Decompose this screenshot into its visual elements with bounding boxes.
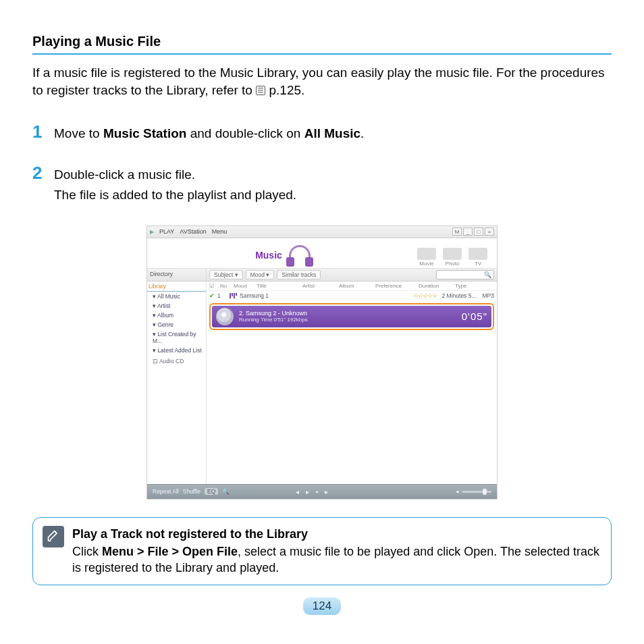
col-title[interactable]: Title <box>257 283 300 289</box>
tab-photo[interactable]: Photo <box>440 248 464 267</box>
step1-bold-station: Music Station <box>103 126 187 140</box>
sidebar-item-genre[interactable]: ▾ Genre <box>147 320 206 329</box>
play-button[interactable]: ▸ <box>306 488 309 495</box>
window-maximize-button[interactable]: □ <box>474 227 483 236</box>
col-mood[interactable]: Mood <box>234 283 254 289</box>
sidebar-audio-cd[interactable]: ⊡ Audio CD <box>147 356 206 366</box>
shuffle-button[interactable]: Shuffle <box>183 488 200 495</box>
table-row[interactable]: ✔ 1 Samsung 1 ☆☆☆☆☆ 2 Minutes 5... MP3 <box>207 291 497 300</box>
sidebar-library[interactable]: Library <box>147 281 206 292</box>
search-icon: 🔍 <box>484 271 491 278</box>
titlebar: ▶ PLAY AVStation Menu M _ □ × <box>147 226 497 238</box>
sidebar-item-label: Genre <box>157 321 173 328</box>
stop-button[interactable]: ▪ <box>316 488 319 495</box>
sidebar-item-label: Album <box>157 312 173 319</box>
sidebar-item-all-music[interactable]: ▾ All Music <box>147 292 206 301</box>
page-ref-icon <box>256 86 265 95</box>
track-type: MP3 <box>483 292 494 299</box>
step1-text-e: . <box>360 126 364 140</box>
sidebar-item-label: List Created by M... <box>153 331 196 344</box>
tab-tv[interactable]: TV <box>466 248 490 267</box>
tab-tv-label: TV <box>475 261 481 267</box>
note-title: Play a Track not registered to the Libra… <box>72 526 601 542</box>
toolbar: Directory Subject ▾ Mood ▾ Similar track… <box>147 268 497 281</box>
play-triangle-icon: ▶ <box>150 229 154 235</box>
col-check[interactable]: ☑ <box>209 283 217 289</box>
now-playing-time: 0'05" <box>462 311 487 322</box>
sidebar-item-label: Latest Added List <box>157 347 201 354</box>
search-input[interactable]: 🔍 <box>436 270 494 279</box>
col-type[interactable]: Type <box>455 283 474 289</box>
window-minimize-button[interactable]: _ <box>463 227 473 236</box>
headphones-icon <box>286 244 313 267</box>
col-duration[interactable]: Duration <box>419 283 452 289</box>
directory-label: Directory <box>147 269 207 281</box>
volume-slider[interactable] <box>462 491 491 493</box>
step2-line2: The file is added to the playlist and pl… <box>54 186 296 205</box>
sidebar-item-label: All Music <box>157 293 180 300</box>
now-playing-sub: Running Time 0'51" 192kbps <box>239 317 308 323</box>
step1-text-a: Move to <box>54 126 103 140</box>
magnify-icon[interactable]: 🔍 <box>222 488 230 495</box>
intro-paragraph: If a music file is registered to the Mus… <box>32 64 612 99</box>
step-2: 2 Double-click a music file. The file is… <box>32 164 612 207</box>
sidebar-item-label: Artist <box>157 302 170 309</box>
note-menu-path: Menu > File > Open File <box>102 545 238 558</box>
now-playing-title: 2. Samsung 2 - Unknown <box>239 310 308 317</box>
sidebar-item-album[interactable]: ▾ Album <box>147 311 206 320</box>
eq-button[interactable]: EQ <box>205 488 218 495</box>
col-album[interactable]: Album <box>339 283 373 289</box>
window-mode-button[interactable]: M <box>452 227 462 236</box>
prev-button[interactable]: ◂ <box>296 488 299 495</box>
track-duration: 2 Minutes 5... <box>442 292 480 299</box>
note-text: Click Menu > File > Open File, select a … <box>72 543 601 576</box>
col-no[interactable]: No <box>220 283 231 289</box>
repeat-button[interactable]: Repeat All <box>153 488 179 495</box>
intro-ref: p.125. <box>269 83 305 97</box>
mood-bar-icon <box>230 293 237 298</box>
highlight-annotation: 2. Samsung 2 - Unknown Running Time 0'51… <box>209 303 494 330</box>
titlebar-menu[interactable]: Menu <box>212 228 227 235</box>
brand-music-label: Music <box>255 250 282 261</box>
filter-similar-tracks[interactable]: Similar tracks <box>277 270 321 279</box>
track-no: 1 <box>217 292 227 299</box>
next-button[interactable]: ▸ <box>325 488 328 495</box>
note-text-a: Click <box>72 545 102 558</box>
tab-movie-label: Movie <box>419 261 433 267</box>
filter-subject[interactable]: Subject ▾ <box>209 270 243 279</box>
col-artist[interactable]: Artist <box>302 283 336 289</box>
titlebar-avstation: AVStation <box>180 228 206 235</box>
tab-photo-label: Photo <box>446 261 460 267</box>
disc-icon <box>216 308 234 325</box>
step1-text-c: and double-click on <box>186 126 304 140</box>
sidebar-item-list-created[interactable]: ▾ List Created by M... <box>147 329 206 346</box>
intro-text: If a music file is registered to the Mus… <box>32 65 605 97</box>
section-heading: Playing a Music File <box>32 34 612 55</box>
avstation-window: ▶ PLAY AVStation Menu M _ □ × Music Movi… <box>146 225 498 500</box>
col-preference[interactable]: Preference <box>375 283 416 289</box>
sidebar: Library ▾ All Music ▾ Artist ▾ Album ▾ G… <box>147 281 207 484</box>
volume-icon[interactable]: ◂ <box>456 488 459 495</box>
titlebar-play: PLAY <box>159 228 174 235</box>
page-number: 124 <box>303 597 341 615</box>
brand-bar: Music Movie Photo TV <box>147 238 497 268</box>
window-close-button[interactable]: × <box>485 227 494 236</box>
note-pencil-icon <box>43 526 64 547</box>
step1-bold-allmusic: All Music <box>304 126 360 140</box>
main-area: ☑ No Mood Title Artist Album Preference … <box>207 281 497 484</box>
playback-bar: Repeat All Shuffle EQ 🔍 ◂ ▸ ▪ ▸ ◂ <box>147 484 497 499</box>
filter-mood[interactable]: Mood ▾ <box>246 270 275 279</box>
step2-line1: Double-click a music file. <box>54 165 296 185</box>
sidebar-item-latest[interactable]: ▾ Latest Added List <box>147 346 206 355</box>
check-icon[interactable]: ✔ <box>209 292 215 299</box>
step-number: 1 <box>32 123 47 140</box>
preference-stars[interactable]: ☆☆☆☆☆ <box>413 292 437 299</box>
step-1: 1 Move to Music Station and double-click… <box>32 123 612 145</box>
step-number: 2 <box>32 164 47 182</box>
note-box: Play a Track not registered to the Libra… <box>32 517 612 585</box>
tab-movie[interactable]: Movie <box>414 248 439 267</box>
now-playing-bar[interactable]: 2. Samsung 2 - Unknown Running Time 0'51… <box>212 306 491 327</box>
track-title: Samsung 1 <box>240 292 283 299</box>
sidebar-item-artist[interactable]: ▾ Artist <box>147 301 206 311</box>
sidebar-item-label: Audio CD <box>159 358 184 365</box>
